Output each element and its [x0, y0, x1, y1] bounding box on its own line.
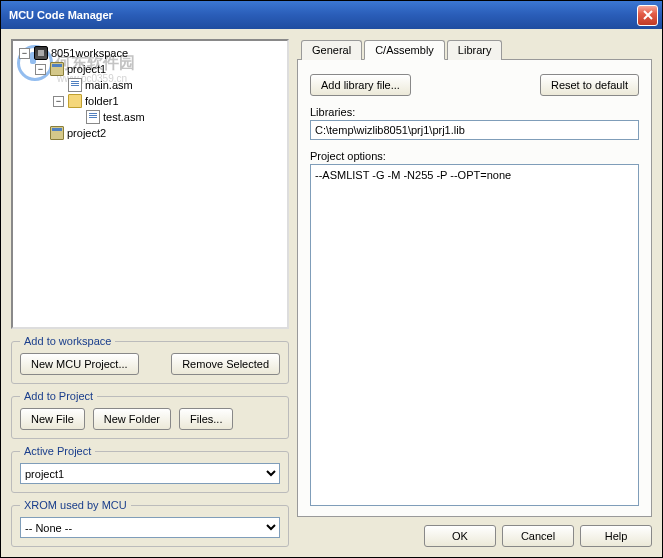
tree-root[interactable]: − 8051workspace [17, 45, 283, 61]
project-tree[interactable]: 何东软件园 www.pc0359.cn − 8051workspace − pr… [11, 39, 289, 329]
tree-label: folder1 [85, 95, 119, 107]
close-button[interactable] [637, 5, 658, 26]
remove-selected-button[interactable]: Remove Selected [171, 353, 280, 375]
collapse-icon[interactable]: − [35, 64, 46, 75]
tree-label: project2 [67, 127, 106, 139]
project-options-label: Project options: [310, 150, 639, 162]
project-options-input[interactable]: --ASMLIST -G -M -N255 -P --OPT=none [310, 164, 639, 506]
new-mcu-project-button[interactable]: New MCU Project... [20, 353, 139, 375]
tab-strip: General C/Assembly Library [297, 40, 652, 60]
add-to-project-group: Add to Project New File New Folder Files… [11, 390, 289, 439]
tree-folder[interactable]: − folder1 [17, 93, 283, 109]
add-to-workspace-group: Add to workspace New MCU Project... Remo… [11, 335, 289, 384]
xrom-select[interactable]: -- None -- [20, 517, 280, 538]
cancel-button[interactable]: Cancel [502, 525, 574, 547]
titlebar: MCU Code Manager [1, 1, 662, 29]
tree-file[interactable]: main.asm [17, 77, 283, 93]
collapse-icon[interactable]: − [53, 96, 64, 107]
tree-label: 8051workspace [51, 47, 128, 59]
window-title: MCU Code Manager [5, 9, 637, 21]
chip-icon [34, 46, 48, 60]
project-icon [50, 62, 64, 76]
file-icon [86, 110, 100, 124]
tree-label: test.asm [103, 111, 145, 123]
add-library-file-button[interactable]: Add library file... [310, 74, 411, 96]
libraries-input[interactable] [310, 120, 639, 140]
group-title: Active Project [20, 445, 95, 457]
files-button[interactable]: Files... [179, 408, 233, 430]
tree-label: project1 [67, 63, 106, 75]
xrom-group: XROM used by MCU -- None -- [11, 499, 289, 547]
ok-button[interactable]: OK [424, 525, 496, 547]
dialog-button-row: OK Cancel Help [297, 517, 652, 547]
active-project-select[interactable]: project1 [20, 463, 280, 484]
tree-label: main.asm [85, 79, 133, 91]
tab-panel: Add library file... Reset to default Lib… [297, 59, 652, 517]
tree-file[interactable]: test.asm [17, 109, 283, 125]
new-folder-button[interactable]: New Folder [93, 408, 171, 430]
libraries-label: Libraries: [310, 106, 639, 118]
folder-icon [68, 94, 82, 108]
tab-general[interactable]: General [301, 40, 362, 60]
collapse-icon[interactable]: − [19, 48, 30, 59]
project-icon [50, 126, 64, 140]
tree-project[interactable]: project2 [17, 125, 283, 141]
group-title: Add to Project [20, 390, 97, 402]
group-title: Add to workspace [20, 335, 115, 347]
file-icon [68, 78, 82, 92]
new-file-button[interactable]: New File [20, 408, 85, 430]
active-project-group: Active Project project1 [11, 445, 289, 493]
help-button[interactable]: Help [580, 525, 652, 547]
group-title: XROM used by MCU [20, 499, 131, 511]
tab-library[interactable]: Library [447, 40, 503, 60]
tab-c-assembly[interactable]: C/Assembly [364, 40, 445, 60]
close-icon [643, 10, 653, 20]
tree-project[interactable]: − project1 [17, 61, 283, 77]
reset-to-default-button[interactable]: Reset to default [540, 74, 639, 96]
